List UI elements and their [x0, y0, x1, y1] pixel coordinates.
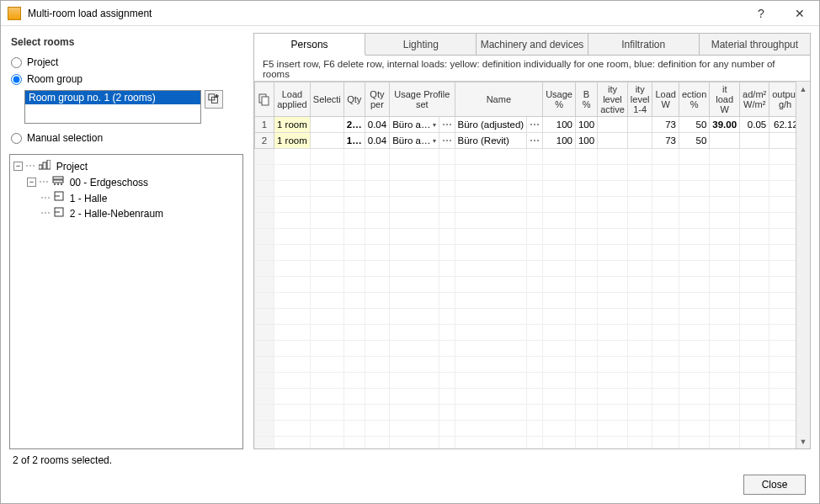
col-load-applied[interactable]: Load applied: [274, 82, 311, 117]
empty-cell: [627, 261, 652, 277]
tab-machinery[interactable]: Machinery and devices: [477, 34, 588, 55]
cell-load-applied[interactable]: 1 room: [274, 133, 311, 149]
empty-cell: [627, 405, 652, 421]
tree-room-label[interactable]: 2 - Halle-Nebenraum: [70, 208, 163, 220]
table-row[interactable]: 11 room2…0.04Büro a…▾⋯Büro (adjusted)⋯10…: [255, 117, 796, 133]
col-b-pct[interactable]: B %: [575, 82, 597, 117]
ellipsis-button[interactable]: ⋯: [530, 135, 540, 146]
row-number[interactable]: 1: [255, 117, 274, 133]
cell-qty-per[interactable]: 0.04: [365, 133, 389, 149]
cell-usage-profile-more[interactable]: ⋯: [439, 117, 455, 133]
col-name[interactable]: Name: [455, 82, 543, 117]
empty-cell: [390, 437, 439, 449]
scroll-up-arrow-icon[interactable]: ▲: [796, 82, 810, 96]
ellipsis-button[interactable]: ⋯: [442, 135, 452, 146]
cell-activity-active[interactable]: [598, 117, 628, 133]
tree-root-label[interactable]: Project: [56, 161, 88, 172]
empty-cell: [710, 357, 740, 373]
cell-it-load-w[interactable]: 39.00: [710, 117, 740, 133]
room-group-item[interactable]: Room group no. 1 (2 rooms): [25, 91, 200, 104]
radio-project[interactable]: [11, 57, 22, 68]
ellipsis-button[interactable]: ⋯: [530, 119, 540, 130]
empty-cell: [439, 213, 455, 229]
room-group-edit-button[interactable]: [205, 90, 223, 109]
tab-lighting[interactable]: Lighting: [365, 34, 477, 55]
close-window-button[interactable]: ✕: [780, 1, 819, 25]
empty-cell: [543, 309, 576, 325]
cell-usage-profile[interactable]: Büro a…▾: [390, 117, 439, 133]
tab-infiltration[interactable]: Infiltration: [588, 34, 700, 55]
empty-cell: [679, 261, 709, 277]
col-selection[interactable]: Selecti: [310, 82, 343, 117]
empty-cell: [310, 229, 343, 245]
cell-activity-active[interactable]: [598, 133, 628, 149]
cell-load-w[interactable]: 73: [652, 117, 679, 133]
cell-qty[interactable]: 2…: [343, 117, 365, 133]
cell-qty[interactable]: 1…: [343, 133, 365, 149]
cell-name[interactable]: Büro (Revit): [455, 133, 527, 149]
col-qty-per[interactable]: Qty per: [365, 82, 389, 117]
radio-room-group[interactable]: [11, 74, 22, 85]
radio-manual-selection-label[interactable]: Manual selection: [27, 132, 103, 144]
cell-ection-pct[interactable]: 50: [679, 117, 709, 133]
cell-load-w[interactable]: 73: [652, 133, 679, 149]
radio-project-label[interactable]: Project: [27, 56, 58, 68]
empty-cell: [439, 405, 455, 421]
cell-b-pct[interactable]: 100: [575, 117, 597, 133]
help-button[interactable]: ?: [742, 1, 780, 25]
empty-cell: [575, 357, 597, 373]
empty-cell: [343, 165, 365, 181]
cell-usage-profile[interactable]: Büro a…▾: [390, 133, 439, 149]
col-activity-14[interactable]: ity level 1-4: [627, 82, 652, 117]
cell-selection[interactable]: [310, 117, 343, 133]
tab-material-throughput[interactable]: Material throughput: [700, 34, 810, 55]
cell-it-load-w[interactable]: [710, 133, 740, 149]
cell-qty-per[interactable]: 0.04: [365, 117, 389, 133]
col-load-w[interactable]: Load W: [652, 82, 679, 117]
row-number[interactable]: 2: [255, 133, 274, 149]
cell-output-gh[interactable]: [769, 133, 796, 149]
table-row[interactable]: 21 room1…0.04Büro a…▾⋯Büro (Revit)⋯10010…: [255, 133, 796, 149]
cell-usage-pct[interactable]: 100: [543, 117, 576, 133]
cell-ection-pct[interactable]: 50: [679, 133, 709, 149]
cell-selection[interactable]: [310, 133, 343, 149]
cell-usage-profile-more[interactable]: ⋯: [439, 133, 455, 149]
ellipsis-button[interactable]: ⋯: [442, 119, 452, 130]
col-qty[interactable]: Qty: [343, 82, 365, 117]
cell-name[interactable]: Büro (adjusted): [455, 117, 527, 133]
cell-load-applied[interactable]: 1 room: [274, 117, 311, 133]
cell-ad-m2[interactable]: [740, 133, 769, 149]
cell-name-more[interactable]: ⋯: [527, 133, 543, 149]
cell-name-more[interactable]: ⋯: [527, 117, 543, 133]
col-ection-pct[interactable]: ection %: [679, 82, 709, 117]
grid-corner-button[interactable]: [255, 82, 274, 117]
tree-floor-label[interactable]: 00 - Erdgeschoss: [70, 177, 148, 188]
col-usage-pct[interactable]: Usage %: [543, 82, 576, 117]
tab-persons[interactable]: Persons: [254, 34, 365, 56]
col-ad-m2[interactable]: ad/m² W/m²: [740, 82, 769, 117]
col-output-gh[interactable]: output g/h: [769, 82, 796, 117]
dropdown-arrow-icon[interactable]: ▾: [431, 121, 436, 129]
close-button[interactable]: Close: [743, 475, 806, 495]
cell-ad-m2[interactable]: 0.05: [740, 117, 769, 133]
radio-manual-selection[interactable]: [11, 133, 22, 144]
cell-usage-pct[interactable]: 100: [543, 133, 576, 149]
tree-room-label[interactable]: 1 - Halle: [70, 192, 108, 204]
project-tree[interactable]: −⋯ Project −⋯: [9, 154, 243, 449]
scroll-down-arrow-icon[interactable]: ▼: [796, 434, 810, 448]
grid-scroll-area[interactable]: Load applied Selecti Qty Qty per Usage P…: [254, 82, 796, 448]
tree-toggle-icon[interactable]: −: [27, 178, 36, 187]
cell-output-gh[interactable]: 62.12: [769, 117, 796, 133]
col-it-load-w[interactable]: it load W: [710, 82, 740, 117]
tree-toggle-icon[interactable]: −: [13, 162, 23, 171]
cell-activity-14[interactable]: [627, 117, 652, 133]
empty-cell: [439, 293, 455, 309]
radio-room-group-label[interactable]: Room group: [27, 73, 83, 85]
col-activity-active[interactable]: ity level active: [598, 82, 628, 117]
room-group-listbox[interactable]: Room group no. 1 (2 rooms): [24, 90, 201, 124]
cell-b-pct[interactable]: 100: [575, 133, 597, 149]
col-usage-profile[interactable]: Usage Profile set: [390, 82, 455, 117]
vertical-scrollbar[interactable]: ▲ ▼: [796, 82, 810, 448]
cell-activity-14[interactable]: [627, 133, 652, 149]
dropdown-arrow-icon[interactable]: ▾: [431, 137, 436, 145]
